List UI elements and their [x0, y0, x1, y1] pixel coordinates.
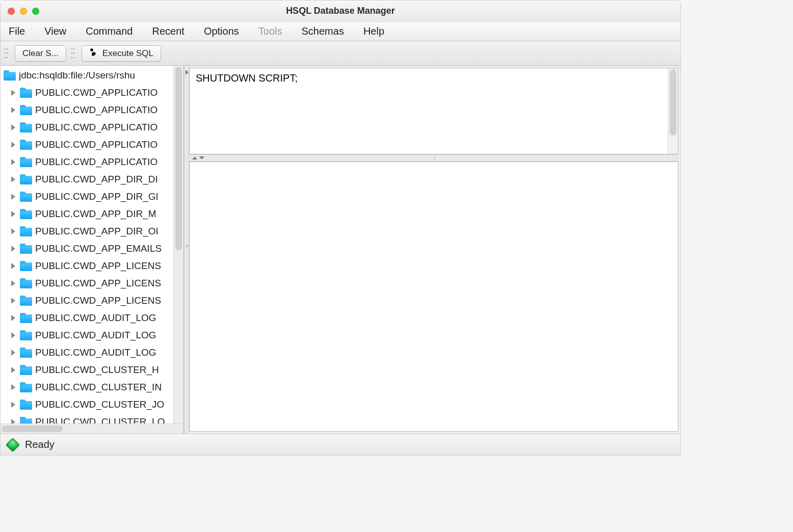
folder-icon	[20, 400, 32, 410]
tree-item[interactable]: PUBLIC.CWD_APPLICATIO	[3, 119, 183, 136]
tree-horizontal-scrollbar[interactable]	[1, 423, 183, 434]
chevron-right-icon	[10, 297, 18, 305]
schema-tree[interactable]: jdbc:hsqldb:file:/Users/rshu PUBLIC.CWD_…	[1, 66, 183, 423]
minimize-window-button[interactable]	[20, 8, 27, 15]
tree-item[interactable]: PUBLIC.CWD_APP_EMAILS	[3, 240, 183, 257]
menu-command[interactable]: Command	[82, 23, 137, 39]
titlebar: HSQL Database Manager	[1, 1, 680, 22]
schema-tree-panel: jdbc:hsqldb:file:/Users/rshu PUBLIC.CWD_…	[1, 66, 184, 434]
run-icon	[89, 48, 98, 59]
editor-vertical-scrollbar[interactable]	[668, 68, 678, 154]
tree-item[interactable]: PUBLIC.CWD_AUDIT_LOG	[3, 344, 183, 361]
schema-tree-scroll[interactable]: jdbc:hsqldb:file:/Users/rshu PUBLIC.CWD_…	[1, 66, 183, 423]
scrollbar-thumb[interactable]	[175, 67, 182, 250]
splitter-grip-icon	[434, 157, 436, 159]
folder-icon	[20, 140, 32, 150]
chevron-up-icon	[192, 156, 197, 159]
tree-item[interactable]: PUBLIC.CWD_CLUSTER_IN	[3, 379, 183, 396]
tree-item[interactable]: PUBLIC.CWD_APP_LICENS	[3, 257, 183, 275]
tree-item[interactable]: PUBLIC.CWD_APPLICATIO	[3, 136, 183, 153]
folder-icon	[20, 105, 32, 115]
tree-item-label: PUBLIC.CWD_APPLICATIO	[35, 104, 157, 116]
tree-item[interactable]: PUBLIC.CWD_CLUSTER_LO	[3, 413, 183, 423]
tree-item[interactable]: PUBLIC.CWD_APPLICATIO	[3, 84, 183, 101]
folder-icon	[20, 313, 32, 323]
statusbar: Ready	[1, 434, 680, 455]
folder-icon	[20, 278, 32, 288]
tree-item[interactable]: PUBLIC.CWD_AUDIT_LOG	[3, 327, 183, 344]
vertical-splitter[interactable]	[184, 66, 189, 434]
chevron-right-icon	[10, 245, 18, 253]
folder-icon	[20, 244, 32, 254]
tree-item-label: PUBLIC.CWD_APPLICATIO	[35, 87, 157, 98]
folder-icon	[20, 209, 32, 219]
tree-item-label: PUBLIC.CWD_APP_DIR_M	[35, 208, 156, 220]
tree-item[interactable]: PUBLIC.CWD_APP_LICENS	[3, 292, 183, 309]
folder-icon	[20, 122, 32, 132]
chevron-right-icon	[10, 383, 18, 391]
chevron-right-icon	[10, 89, 18, 97]
horizontal-splitter[interactable]	[189, 154, 678, 162]
folder-icon	[20, 88, 32, 98]
tree-item-label: PUBLIC.CWD_APPLICATIO	[35, 139, 157, 150]
menu-options[interactable]: Options	[200, 23, 243, 39]
main-area: jdbc:hsqldb:file:/Users/rshu PUBLIC.CWD_…	[1, 66, 680, 434]
zoom-window-button[interactable]	[32, 8, 39, 15]
tree-item[interactable]: PUBLIC.CWD_APP_DIR_OI	[3, 223, 183, 240]
toolbar: Clear S... Execute SQL	[1, 41, 680, 66]
chevron-right-icon	[186, 70, 189, 75]
folder-icon	[20, 330, 32, 340]
menu-view[interactable]: View	[40, 23, 70, 39]
sql-editor-panel	[189, 68, 678, 154]
execute-sql-button[interactable]: Execute SQL	[82, 45, 161, 62]
chevron-right-icon	[10, 141, 18, 149]
folder-icon	[20, 157, 32, 167]
tree-item[interactable]: PUBLIC.CWD_APP_LICENS	[3, 275, 183, 292]
tree-item-label: PUBLIC.CWD_CLUSTER_LO	[35, 416, 165, 423]
right-panel	[189, 66, 680, 434]
tree-item-label: PUBLIC.CWD_AUDIT_LOG	[35, 312, 156, 324]
menu-file[interactable]: File	[5, 23, 29, 39]
tree-root[interactable]: jdbc:hsqldb:file:/Users/rshu	[3, 67, 183, 84]
tree-item-label: PUBLIC.CWD_APP_DIR_OI	[35, 226, 158, 237]
tree-item-label: PUBLIC.CWD_APP_EMAILS	[35, 243, 162, 254]
chevron-right-icon	[10, 314, 18, 322]
status-text: Ready	[25, 439, 55, 450]
tree-item[interactable]: PUBLIC.CWD_APP_DIR_M	[3, 205, 183, 223]
folder-icon	[20, 348, 32, 358]
results-panel[interactable]	[189, 162, 678, 432]
chevron-right-icon	[10, 175, 18, 183]
chevron-right-icon	[10, 331, 18, 339]
tree-item[interactable]: PUBLIC.CWD_AUDIT_LOG	[3, 309, 183, 327]
menu-help[interactable]: Help	[359, 23, 388, 39]
scrollbar-thumb[interactable]	[670, 69, 676, 136]
sql-input[interactable]	[190, 68, 668, 154]
tree-vertical-scrollbar[interactable]	[173, 66, 183, 423]
chevron-right-icon	[10, 158, 18, 166]
tree-item[interactable]: PUBLIC.CWD_APPLICATIO	[3, 153, 183, 171]
tree-item[interactable]: PUBLIC.CWD_CLUSTER_JO	[3, 396, 183, 413]
menubar: File View Command Recent Options Tools S…	[1, 22, 680, 41]
chevron-right-icon	[10, 210, 18, 218]
tree-item[interactable]: PUBLIC.CWD_APP_DIR_DI	[3, 171, 183, 188]
folder-icon	[4, 70, 16, 81]
chevron-right-icon	[10, 227, 18, 235]
window-title: HSQL Database Manager	[1, 6, 680, 16]
menu-recent[interactable]: Recent	[148, 23, 189, 39]
tree-item[interactable]: PUBLIC.CWD_APPLICATIO	[3, 101, 183, 119]
chevron-right-icon	[10, 349, 18, 357]
tree-item-label: PUBLIC.CWD_CLUSTER_JO	[35, 399, 164, 410]
tree-item[interactable]: PUBLIC.CWD_APP_DIR_GI	[3, 188, 183, 205]
scrollbar-thumb[interactable]	[2, 425, 63, 432]
status-ready-icon	[6, 437, 20, 451]
clear-sql-button[interactable]: Clear S...	[15, 45, 66, 62]
close-window-button[interactable]	[8, 8, 15, 15]
menu-schemas[interactable]: Schemas	[298, 23, 348, 39]
window-controls	[8, 8, 39, 15]
tree-item-label: PUBLIC.CWD_AUDIT_LOG	[35, 330, 156, 341]
folder-icon	[20, 226, 32, 236]
chevron-right-icon	[10, 418, 18, 423]
tree-item-label: PUBLIC.CWD_APP_LICENS	[35, 260, 161, 272]
tree-item[interactable]: PUBLIC.CWD_CLUSTER_H	[3, 361, 183, 379]
folder-icon	[20, 382, 32, 392]
